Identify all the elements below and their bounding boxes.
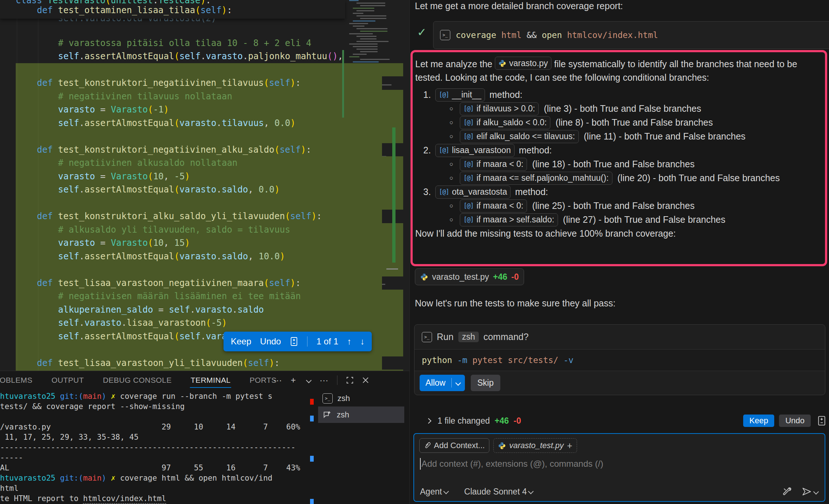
- token: (: [285, 211, 290, 221]
- branch-condition-item: ○[@]if maara < 0:(line 18) - both True a…: [448, 157, 825, 171]
- sticky-code-line[interactable]: class TestVarasto(unittest.TestCase):: [0, 0, 345, 5]
- code-line[interactable]: varasto = Varasto(10, 15): [0, 236, 403, 250]
- code-line[interactable]: def test_konstruktori_alku_saldo_yli_til…: [0, 210, 382, 223]
- changed-file-chip[interactable]: varasto_test.py +46 -0: [415, 268, 524, 285]
- token: paljonko_mahtuu: [248, 51, 327, 61]
- code-line[interactable]: def test_lisaa_varastoon_negatiivinen_ma…: [0, 276, 382, 290]
- token: .: [217, 118, 222, 128]
- send-button[interactable]: [802, 486, 818, 497]
- code-reference-chip[interactable]: [@]if tilavuus > 0.0:: [460, 102, 539, 115]
- diff-file-icon[interactable]: [817, 416, 826, 426]
- code-line[interactable]: self.varasto.lisaa_varastoon(-5): [0, 316, 403, 330]
- undo-button[interactable]: Undo: [779, 415, 811, 427]
- tab-output[interactable]: OUTPUT: [42, 371, 93, 389]
- code-line[interactable]: # varastossa pitäisi olla tilaa 10 - 8 +…: [0, 37, 403, 50]
- undo-button[interactable]: Undo: [260, 336, 281, 347]
- chat-input-box[interactable]: Add Context... varasto_test.py + Add con…: [413, 433, 825, 502]
- add-context-button[interactable]: Add Context...: [419, 438, 489, 453]
- add-attachment-icon[interactable]: +: [567, 440, 573, 451]
- allow-dropdown-icon[interactable]: [452, 381, 465, 385]
- views-overflow-icon[interactable]: ···: [273, 375, 282, 385]
- token: ): [290, 118, 295, 128]
- terminal-output[interactable]: htuvarasto25 git:(main) ✗ coverage run -…: [0, 391, 309, 504]
- agent-mode-dropdown[interactable]: Agent: [420, 487, 448, 497]
- tab-terminal[interactable]: TERMINAL: [181, 371, 240, 389]
- more-actions-icon[interactable]: ···: [320, 375, 328, 385]
- token: 10: [153, 238, 164, 248]
- code-line[interactable]: varasto = Varasto(10, -5): [0, 170, 403, 183]
- terminal-dropdown-icon[interactable]: [305, 378, 311, 382]
- sticky-scroll[interactable]: class TestVarasto(unittest.TestCase):def…: [0, 0, 345, 19]
- code-reference-chip[interactable]: [@]if maara < 0:: [460, 199, 527, 213]
- panel-tabs[interactable]: PROBLEMSOUTPUTDEBUG CONSOLETERMINALPORTS: [0, 371, 286, 389]
- token: ,: [248, 184, 259, 195]
- keep-button[interactable]: Keep: [743, 415, 774, 427]
- branch-method-item: 3.[@]ota_varastostamethod:: [423, 185, 825, 199]
- allow-split-button[interactable]: Allow: [420, 375, 465, 391]
- sticky-code-line[interactable]: def test_ottaminen_lisaa_tilaa(self):: [0, 5, 345, 15]
- model-picker-dropdown[interactable]: Claude Sonnet 4: [464, 487, 533, 497]
- expand-chevron-icon[interactable]: [426, 418, 432, 424]
- maximize-panel-icon[interactable]: [346, 377, 354, 384]
- terminal-line: [0, 412, 309, 422]
- close-panel-icon[interactable]: [362, 377, 369, 383]
- code-reference-chip[interactable]: [@]lisaa_varastoon: [435, 144, 515, 157]
- code-line[interactable]: self.assertAlmostEqual(varasto.tilavuus,…: [0, 117, 403, 130]
- next-diff-arrow-icon[interactable]: ↓: [360, 336, 364, 347]
- token: test_konstruktori_alku_saldo_yli_tilavuu…: [58, 211, 285, 221]
- code-line[interactable]: [0, 130, 403, 143]
- chip-label: elif alku_saldo <= tilavuus:: [477, 130, 575, 143]
- code-reference-chip[interactable]: [@]if maara > self.saldo:: [460, 213, 558, 226]
- branch-method-item: 2.[@]lisaa_varastoonmethod:: [423, 144, 825, 157]
- prev-diff-arrow-icon[interactable]: ↑: [347, 336, 351, 347]
- code-reference-chip[interactable]: [@]elif alku_saldo <= tilavuus:: [460, 130, 579, 143]
- file-chip[interactable]: varasto.py: [495, 57, 551, 70]
- code-line[interactable]: self.assertAlmostEqual(varasto.saldo, 0.…: [0, 183, 403, 196]
- token: varasto: [179, 184, 216, 195]
- paperclip-icon: [424, 442, 431, 449]
- code-reference-chip[interactable]: [@]if maara <= self.paljonko_mahtuu():: [460, 172, 612, 185]
- tab-problems[interactable]: PROBLEMS: [0, 371, 42, 389]
- token: self: [179, 51, 200, 61]
- code-reference-chip[interactable]: [@]if maara < 0:: [460, 158, 527, 171]
- item-text: (line 11) - both True and False branches: [584, 130, 746, 143]
- code-line[interactable]: def test_konstruktori_negatiivinen_alku_…: [0, 143, 382, 157]
- terminal-instance-zsh[interactable]: zsh: [318, 406, 404, 423]
- bullet-circle-icon: ○: [448, 199, 455, 213]
- token: def: [37, 78, 58, 88]
- code-line[interactable]: [0, 196, 403, 210]
- terminal-instance-list[interactable]: >_zshzsh: [318, 390, 404, 423]
- code-line[interactable]: alkuperainen_saldo = self.varasto.saldo: [0, 303, 403, 317]
- code-reference-chip[interactable]: [@]if alku_saldo < 0.0:: [460, 116, 550, 129]
- terminal-instance-zsh[interactable]: >_zsh: [318, 390, 404, 406]
- diff-file-icon[interactable]: [290, 337, 298, 346]
- skip-button[interactable]: Skip: [471, 375, 500, 391]
- code-line[interactable]: # alkusaldo yli tilavuuden, saldo = tila…: [0, 223, 403, 237]
- code-reference-chip[interactable]: [@]ota_varastosta: [435, 186, 511, 199]
- attached-file-chip[interactable]: varasto_test.py +: [493, 438, 577, 453]
- analysis-paragraph: Let me analyze the varasto.py file syste…: [415, 57, 811, 84]
- tools-icon[interactable]: [782, 486, 792, 497]
- new-terminal-icon[interactable]: +: [291, 375, 296, 385]
- token: git:(: [56, 392, 83, 401]
- send-dropdown-icon[interactable]: [813, 489, 819, 495]
- chat-input-placeholder[interactable]: Add context (#), extensions (@), command…: [421, 459, 603, 469]
- code-line[interactable]: def test_konstruktori_negatiivinen_tilav…: [0, 76, 382, 90]
- code-line[interactable]: # lisätään enemmän kuin mahtuu, saldo = …: [0, 370, 403, 371]
- code-line[interactable]: [0, 23, 403, 37]
- completed-command-box[interactable]: >_ coverage html && open htmlcov/index.h…: [433, 21, 829, 49]
- tab-debug-console[interactable]: DEBUG CONSOLE: [93, 371, 181, 389]
- token: python: [422, 355, 452, 365]
- token: varasto: [58, 104, 95, 115]
- token: =: [95, 104, 111, 115]
- keep-button[interactable]: Keep: [231, 336, 251, 347]
- code-line[interactable]: # negatiivinen alkusaldo nollataan: [0, 156, 403, 170]
- token: (: [174, 118, 179, 128]
- code-line[interactable]: # negatiivisen määrän lisääminen ei tee …: [0, 290, 403, 303]
- code-reference-chip[interactable]: [@]__init__: [435, 88, 485, 102]
- code-line[interactable]: self.assertAlmostEqual(varasto.saldo, 10…: [0, 250, 403, 263]
- chip-label: __init__: [452, 88, 482, 102]
- code-line[interactable]: [0, 263, 403, 276]
- code-line[interactable]: def test_lisaa_varastoon_yli_tilavuuden(…: [0, 356, 382, 370]
- code-editor[interactable]: self.varasto.ota_varastosta(2) # varasto…: [0, 0, 409, 371]
